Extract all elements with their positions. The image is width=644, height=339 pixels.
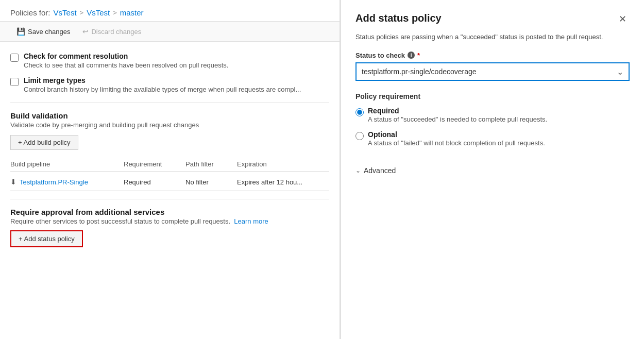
add-status-label: + Add status policy	[19, 235, 75, 243]
breadcrumb-part1[interactable]: VsTest	[54, 8, 77, 17]
add-build-label: + Add build policy	[18, 139, 71, 146]
approval-heading: Require approval from additional service…	[10, 208, 329, 216]
col-requirement: Requirement	[124, 160, 185, 168]
approval-desc: Require other services to post successfu…	[10, 217, 329, 225]
discard-icon: ↩	[82, 27, 89, 36]
radio-group: Required A status of "succeeded" is need…	[355, 107, 630, 154]
status-label-text: Status to check	[355, 52, 405, 59]
breadcrumb: Policies for: VsTest > VsTest > master	[0, 0, 340, 22]
divider2	[10, 199, 329, 199]
required-option: Required A status of "succeeded" is need…	[355, 107, 630, 123]
comment-policy-checkbox[interactable]	[10, 54, 19, 62]
comment-policy-title: Check for comment resolution	[24, 52, 228, 60]
drawer-description: Status policies are passing when a "succ…	[355, 32, 630, 42]
pipeline-cell: ⬇ Testplatform.PR-Single	[10, 178, 124, 186]
drawer-title: Add status policy	[355, 12, 442, 24]
merge-policy-content: Limit merge types Control branch history…	[24, 76, 301, 93]
comment-policy-content: Check for comment resolution Check to se…	[24, 52, 228, 69]
required-radio[interactable]	[355, 108, 364, 116]
required-text-group: Required A status of "succeeded" is need…	[368, 107, 547, 123]
pathfilter-cell: No filter	[185, 178, 237, 186]
breadcrumb-part3[interactable]: master	[120, 8, 144, 17]
toolbar: 💾 Save changes ↩ Discard changes	[0, 22, 340, 42]
optional-label: Optional	[368, 130, 545, 139]
approval-section: Require approval from additional service…	[10, 208, 329, 247]
col-pathfilter: Path filter	[185, 160, 237, 168]
left-panel: Policies for: VsTest > VsTest > master 💾…	[0, 0, 340, 339]
optional-text-group: Optional A status of "failed" will not b…	[368, 130, 545, 147]
requirement-cell: Required	[124, 178, 185, 186]
breadcrumb-sep1: >	[80, 9, 84, 16]
save-label: Save changes	[28, 28, 70, 36]
build-validation-subheading: Validate code by pre-merging and buildin…	[10, 121, 329, 129]
drawer-panel: Add status policy ✕ Status policies are …	[340, 0, 644, 339]
comment-policy-desc: Check to see that all comments have been…	[24, 61, 228, 69]
close-button[interactable]: ✕	[616, 12, 630, 26]
build-validation-section: Build validation Validate code by pre-me…	[10, 111, 329, 191]
status-field-label: Status to check i *	[355, 52, 630, 59]
col-expiration: Expiration	[237, 160, 329, 168]
discard-changes-button[interactable]: ↩ Discard changes	[76, 25, 147, 38]
merge-policy-desc: Control branch history by limiting the a…	[24, 86, 301, 93]
save-icon: 💾	[16, 27, 25, 36]
breadcrumb-sep2: >	[113, 9, 117, 16]
chevron-down-icon: ⌄	[355, 167, 361, 174]
approval-desc-text: Require other services to post successfu…	[10, 217, 230, 225]
required-desc: A status of "succeeded" is needed to com…	[368, 115, 547, 123]
discard-label: Discard changes	[91, 28, 141, 36]
policy-requirement-label: Policy requirement	[355, 92, 630, 100]
col-pipeline: Build pipeline	[10, 160, 124, 168]
status-select[interactable]: testplatform.pr-single/codecoverage	[355, 62, 630, 81]
info-icon: i	[408, 52, 415, 59]
policy-section: Check for comment resolution Check to se…	[10, 52, 329, 93]
advanced-row[interactable]: ⌄ Advanced	[355, 164, 630, 177]
learn-more-link[interactable]: Learn more	[234, 217, 268, 225]
build-validation-heading: Build validation	[10, 111, 329, 120]
pipeline-name-text[interactable]: Testplatform.PR-Single	[20, 178, 88, 186]
breadcrumb-prefix: Policies for:	[10, 8, 50, 17]
add-build-policy-button[interactable]: + Add build policy	[10, 135, 78, 150]
divider1	[10, 103, 329, 103]
merge-policy-title: Limit merge types	[24, 76, 301, 84]
advanced-label: Advanced	[364, 166, 396, 175]
save-changes-button[interactable]: 💾 Save changes	[10, 25, 76, 38]
optional-radio[interactable]	[355, 132, 364, 140]
expiration-cell: Expires after 12 hou...	[237, 178, 329, 186]
required-asterisk: *	[417, 52, 420, 59]
optional-desc: A status of "failed" will not block comp…	[368, 139, 545, 147]
comment-policy-item: Check for comment resolution Check to se…	[10, 52, 329, 69]
add-status-policy-button[interactable]: + Add status policy	[10, 230, 83, 247]
merge-policy-item: Limit merge types Control branch history…	[10, 76, 329, 93]
merge-policy-checkbox[interactable]	[10, 78, 19, 86]
breadcrumb-part2[interactable]: VsTest	[87, 8, 110, 17]
build-table-header: Build pipeline Requirement Path filter E…	[10, 157, 329, 172]
table-row: ⬇ Testplatform.PR-Single Required No fil…	[10, 174, 329, 191]
content-area: Check for comment resolution Check to se…	[0, 42, 340, 339]
optional-option: Optional A status of "failed" will not b…	[355, 130, 630, 147]
required-label: Required	[368, 107, 547, 115]
pipeline-icon: ⬇	[10, 178, 16, 186]
status-select-wrapper: testplatform.pr-single/codecoverage	[355, 62, 630, 81]
drawer-header: Add status policy ✕	[355, 12, 630, 26]
